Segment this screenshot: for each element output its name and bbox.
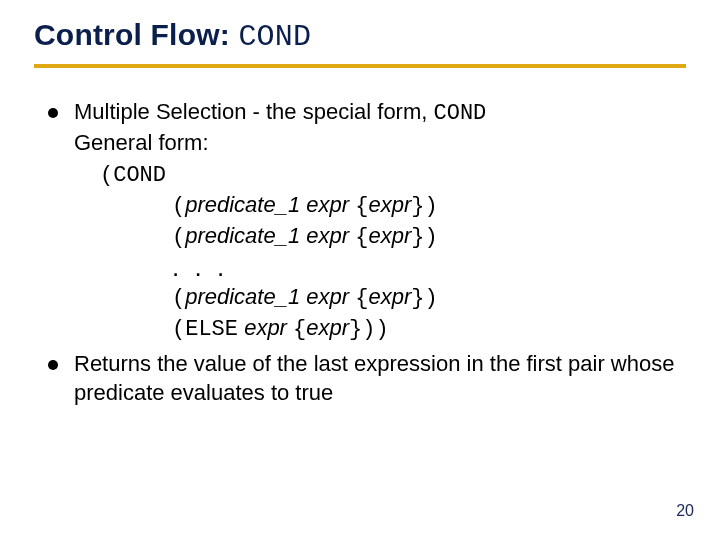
brace-close: } (411, 286, 424, 311)
predicate: predicate_1 (185, 284, 300, 309)
paren-close: )) (362, 317, 388, 342)
code-row-1: (predicate_1 expr {expr}) (100, 190, 680, 221)
paren-open: ( (172, 286, 185, 311)
expr: expr (306, 223, 349, 248)
paren-close: ) (424, 286, 437, 311)
brace-open: { (293, 317, 306, 342)
brace-open: { (355, 194, 368, 219)
bullet-1-line2: General form: (74, 130, 209, 155)
bullet-list: Multiple Selection - the special form, C… (34, 98, 686, 408)
else-keyword: ELSE (185, 317, 238, 342)
code-row-2: (predicate_1 expr {expr}) (100, 221, 680, 252)
code-row-3: (predicate_1 expr {expr}) (100, 282, 680, 313)
expr: expr (306, 284, 349, 309)
bullet-1-code: COND (434, 101, 487, 126)
bullet-2-text: Returns the value of the last expression… (74, 351, 674, 405)
paren-open: ( (172, 225, 185, 250)
bullet-1-text: Multiple Selection - the special form, (74, 99, 434, 124)
paren-open: ( (172, 194, 185, 219)
brace-open: { (355, 286, 368, 311)
expr: expr (368, 223, 411, 248)
bullet-2: Returns the value of the last expression… (48, 350, 680, 407)
slide: Control Flow: COND Multiple Selection - … (0, 0, 720, 540)
title-text: Control Flow: (34, 18, 238, 51)
code-open: (COND (100, 161, 680, 190)
ellipsis: . . . (100, 254, 680, 280)
bullet-1: Multiple Selection - the special form, C… (48, 98, 680, 344)
brace-close: } (411, 194, 424, 219)
code-block: (COND (predicate_1 expr {expr}) (predica… (100, 161, 680, 344)
paren-close: ) (424, 225, 437, 250)
predicate: predicate_1 (185, 192, 300, 217)
title-code: COND (238, 20, 311, 54)
slide-title: Control Flow: COND (34, 18, 686, 64)
paren-close: ) (424, 194, 437, 219)
expr: expr (306, 192, 349, 217)
paren-open: ( (172, 317, 185, 342)
code-row-4: (ELSE expr {expr})) (100, 313, 680, 344)
brace-close: } (411, 225, 424, 250)
expr: expr (368, 192, 411, 217)
expr: expr (244, 315, 287, 340)
page-number: 20 (676, 502, 694, 520)
predicate: predicate_1 (185, 223, 300, 248)
brace-open: { (355, 225, 368, 250)
expr: expr (368, 284, 411, 309)
title-underline (34, 64, 686, 68)
expr: expr (306, 315, 349, 340)
brace-close: } (349, 317, 362, 342)
